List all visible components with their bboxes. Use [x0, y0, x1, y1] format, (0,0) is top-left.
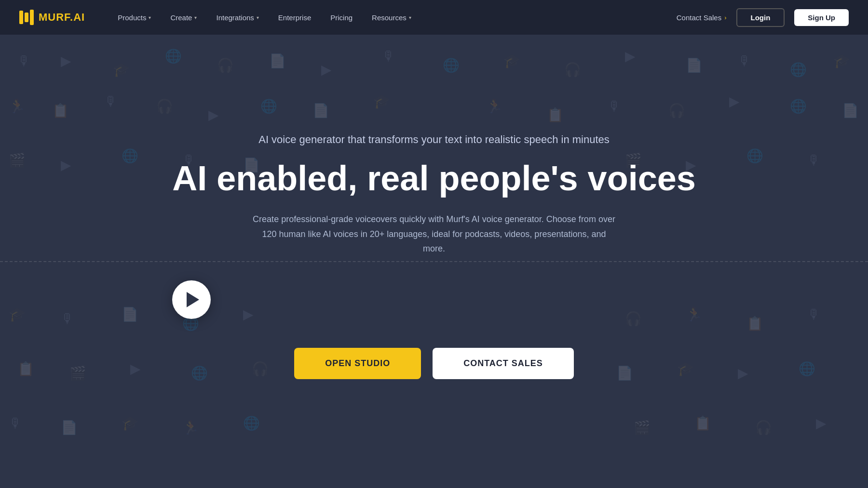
contact-sales-button[interactable]: CONTACT SALES [433, 348, 574, 379]
open-studio-button[interactable]: OPEN STUDIO [294, 348, 421, 379]
bg-icon: 📄 [312, 103, 329, 119]
bg-icon: 🌐 [165, 48, 182, 64]
bg-icon: 🎙 [104, 93, 118, 109]
bg-icon: 🎧 [755, 420, 772, 435]
bg-icon: 📋 [52, 103, 69, 119]
hero-description: Create professional-grade voiceovers qui… [251, 212, 617, 256]
bg-icon: ▶ [625, 48, 636, 64]
bg-icon: 🏃 [9, 98, 26, 114]
bg-icon: 🎬 [9, 152, 26, 168]
play-icon [187, 292, 199, 307]
bg-icon: 🎓 [833, 53, 850, 69]
bg-icon: 🌐 [443, 57, 460, 73]
bg-icon: ▶ [61, 53, 71, 69]
bg-icon: 🎙 [382, 48, 395, 64]
bg-icon: 🎓 [113, 62, 130, 78]
bg-icon: ▶ [738, 365, 748, 381]
play-button[interactable] [172, 280, 211, 319]
signup-button[interactable]: Sign Up [794, 9, 849, 26]
bg-icon: 📋 [547, 107, 564, 123]
nav-item-enterprise[interactable]: Enterprise [270, 10, 320, 26]
chevron-down-icon: ▾ [194, 15, 197, 20]
bg-icon: 📋 [694, 415, 711, 431]
contact-sales-nav[interactable]: Contact Sales › [677, 13, 727, 22]
bg-icon: ▶ [61, 157, 71, 173]
nav-item-resources[interactable]: Resources ▾ [363, 10, 420, 26]
bg-icon: ▶ [729, 93, 740, 109]
hero-title: AI enabled, real people's voices [172, 159, 696, 198]
bg-icon: 🎧 [564, 62, 581, 78]
bg-icon: 🎙 [608, 98, 621, 114]
nav-item-create[interactable]: Create ▾ [162, 10, 205, 26]
nav-item-products[interactable]: Products ▾ [109, 10, 160, 26]
bg-icon: 🏃 [486, 98, 503, 114]
bg-icon: 📋 [17, 361, 34, 377]
logo-name: MURF [39, 11, 70, 23]
bg-icon: 🎧 [217, 57, 234, 73]
bg-icon: 🌐 [243, 415, 260, 431]
bg-icon: 🎙 [17, 53, 31, 69]
bg-icon: 📄 [842, 103, 859, 119]
navbar: MURF.AI Products ▾ Create ▾ Integrations… [0, 0, 868, 35]
cta-buttons: OPEN STUDIO CONTACT SALES [172, 348, 696, 379]
bg-icon: 🌐 [260, 98, 277, 114]
arrow-icon: › [724, 14, 726, 21]
bg-icon: ▶ [208, 107, 219, 123]
hero-content: AI voice generator that transforms your … [172, 133, 696, 379]
bg-icon: 🌐 [746, 148, 763, 164]
bg-icon: 🌐 [122, 148, 138, 164]
bg-icon: 🎬 [634, 420, 651, 435]
logo-bar-3 [30, 10, 34, 25]
logo-icon [19, 10, 34, 25]
bg-icon: 📋 [746, 316, 763, 331]
bg-icon: 🎙 [738, 53, 751, 69]
chevron-down-icon: ▾ [257, 15, 259, 20]
bg-icon: 🎙 [9, 415, 22, 431]
chevron-down-icon: ▾ [149, 15, 151, 20]
bg-icon: 🎓 [373, 93, 390, 109]
bg-icon: 🎧 [668, 103, 685, 119]
logo-text: MURF.AI [39, 11, 85, 24]
nav-right: Contact Sales › Login Sign Up [677, 8, 849, 27]
hero-subtitle: AI voice generator that transforms your … [172, 133, 696, 146]
bg-icon: 🌐 [799, 361, 815, 377]
bg-icon: ▶ [130, 361, 141, 377]
logo[interactable]: MURF.AI [19, 10, 85, 25]
nav-item-integrations[interactable]: Integrations ▾ [207, 10, 267, 26]
chevron-down-icon: ▾ [409, 15, 411, 20]
bg-icon: 🎓 [122, 415, 138, 431]
logo-bar-2 [25, 13, 28, 22]
bg-icon: 🎓 [9, 306, 26, 322]
bg-icon: 🎧 [156, 98, 173, 114]
bg-icon: 🌐 [790, 62, 807, 78]
bg-icon: 🌐 [790, 98, 807, 114]
bg-icon: 🎬 [69, 365, 86, 381]
bg-icon: 🎙 [61, 311, 74, 327]
bg-icon: 🏃 [182, 420, 199, 435]
hero-section: 🎙 ▶ 🎓 🌐 🎧 📄 ▶ 🎙 🌐 🎓 🎧 ▶ 📄 🎙 🌐 🎓 🏃 📋 🎙 🎧 … [0, 35, 868, 488]
bg-icon: 📄 [686, 57, 703, 73]
nav-links: Products ▾ Create ▾ Integrations ▾ Enter… [109, 10, 677, 26]
login-button[interactable]: Login [736, 8, 785, 27]
bg-icon: 🎙 [807, 152, 821, 168]
bg-icon: 📄 [61, 420, 78, 435]
logo-bar-1 [19, 11, 23, 24]
logo-suffix: .AI [70, 11, 85, 23]
bg-icon: ▶ [816, 415, 827, 431]
bg-icon: 📄 [122, 306, 138, 322]
nav-item-pricing[interactable]: Pricing [322, 10, 361, 26]
bg-icon: ▶ [321, 62, 332, 78]
bg-icon: 🎙 [807, 306, 821, 322]
bg-icon: 🎓 [503, 53, 520, 69]
play-button-wrapper [172, 280, 696, 319]
bg-icon: 📄 [269, 53, 286, 69]
